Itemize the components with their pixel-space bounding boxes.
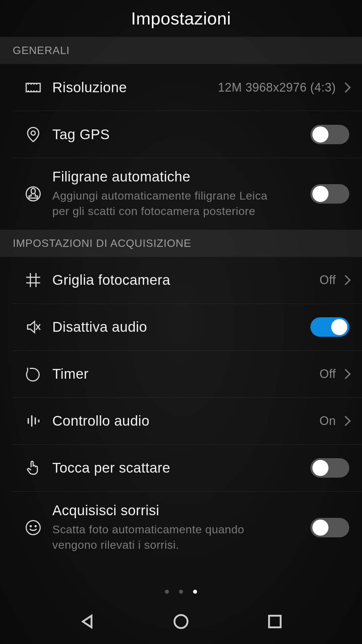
page-dot-1[interactable] (165, 590, 169, 594)
location-pin-icon (25, 126, 52, 143)
audiocontrol-label: Controllo audio (52, 413, 319, 429)
audiocontrol-row[interactable]: Controllo audio On (12, 398, 362, 445)
svg-point-23 (30, 526, 31, 527)
resolution-value: 12M 3968x2976 (4:3) (218, 80, 336, 95)
svg-rect-26 (269, 616, 281, 628)
svg-point-25 (175, 615, 188, 628)
touchshoot-label: Tocca per scattare (52, 460, 310, 476)
chevron-right-icon (340, 416, 351, 426)
smiles-label: Acquisisci sorrisi (52, 502, 310, 519)
gps-label: Tag GPS (52, 126, 310, 143)
hand-pointer-icon (25, 460, 52, 476)
chevron-right-icon (340, 369, 351, 379)
timer-value: Off (319, 367, 336, 381)
watermark-subtitle: Aggiungi automaticamente filigrane Leica… (52, 188, 280, 219)
svg-point-22 (26, 521, 40, 535)
touchshoot-row[interactable]: Tocca per scattare (12, 445, 362, 492)
resolution-label: Risoluzione (52, 79, 218, 96)
grid-value: Off (319, 273, 336, 287)
stamp-icon (25, 185, 52, 202)
chevron-right-icon (340, 275, 351, 285)
svg-point-9 (31, 131, 36, 135)
grid-row[interactable]: Griglia fotocamera Off (12, 257, 362, 304)
film-icon (25, 79, 52, 96)
grid-label: Griglia fotocamera (52, 272, 319, 288)
svg-point-11 (31, 188, 36, 194)
page-dot-2[interactable] (179, 590, 183, 594)
smile-icon (25, 519, 52, 536)
home-button[interactable] (172, 613, 190, 632)
mute-icon (25, 319, 52, 335)
smiles-row[interactable]: Acquisisci sorrisi Scatta foto automatic… (12, 492, 362, 564)
grid-icon (25, 272, 52, 288)
audiocontrol-value: On (319, 414, 336, 428)
timer-row[interactable]: Timer Off (12, 351, 362, 398)
mute-label: Disattiva audio (52, 319, 310, 335)
back-button[interactable] (78, 613, 96, 632)
resolution-row[interactable]: Risoluzione 12M 3968x2976 (4:3) (12, 64, 362, 111)
section-header-general: GENERALI (0, 37, 362, 64)
gps-row[interactable]: Tag GPS (12, 111, 362, 158)
watermark-label: Filigrane automatiche (52, 169, 310, 185)
page-title: Impostazioni (131, 8, 231, 29)
recent-button[interactable] (266, 613, 284, 632)
watermark-toggle[interactable] (310, 184, 349, 204)
section-header-capture: IMPOSTAZIONI DI ACQUISIZIONE (0, 230, 362, 257)
timer-label: Timer (52, 366, 319, 382)
page-indicator (0, 590, 362, 594)
header: Impostazioni (0, 0, 362, 37)
mute-row[interactable]: Disattiva audio (12, 304, 362, 351)
mute-toggle[interactable] (310, 317, 349, 337)
svg-point-24 (35, 526, 36, 527)
page-dot-3[interactable] (193, 590, 197, 594)
smiles-subtitle: Scatta foto automaticamente quando vengo… (52, 522, 280, 553)
touchshoot-toggle[interactable] (310, 458, 349, 478)
smiles-toggle[interactable] (310, 518, 349, 537)
watermark-row[interactable]: Filigrane automatiche Aggiungi automatic… (12, 158, 362, 230)
audio-bars-icon (25, 413, 52, 429)
timer-icon (25, 366, 52, 382)
system-navbar (0, 600, 362, 644)
gps-toggle[interactable] (310, 125, 349, 144)
chevron-right-icon (340, 82, 351, 93)
